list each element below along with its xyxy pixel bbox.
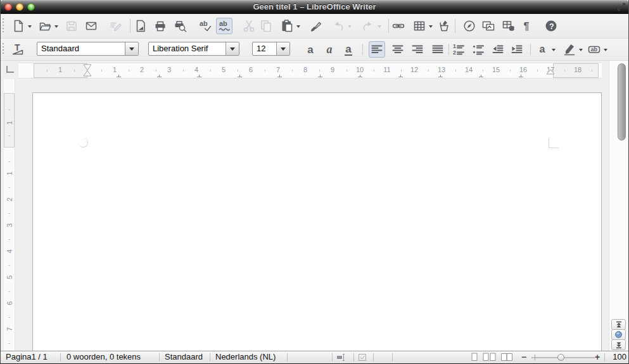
numbered-list-button[interactable]: 12 bbox=[450, 41, 467, 58]
font-size-dropdown-button[interactable] bbox=[276, 42, 289, 55]
clone-formatting-button[interactable] bbox=[308, 18, 324, 34]
toolbar-grip[interactable] bbox=[3, 43, 4, 56]
hyperlink-button[interactable] bbox=[390, 18, 407, 34]
view-single-page-icon[interactable] bbox=[471, 353, 478, 361]
background-color-dropdown-caret[interactable] bbox=[604, 49, 607, 53]
copy-button bbox=[258, 18, 274, 34]
paragraph-style-value[interactable]: Standaard bbox=[37, 42, 125, 55]
zoom-level[interactable]: 100 bbox=[613, 351, 626, 363]
font-name-combobox[interactable]: Liberation Serif bbox=[148, 42, 239, 56]
vertical-scrollbar[interactable] bbox=[609, 61, 628, 351]
next-page-button[interactable] bbox=[611, 339, 626, 350]
data-sources-button[interactable] bbox=[500, 18, 517, 34]
ruler-number: 18 bbox=[574, 66, 581, 73]
autospellcheck-button[interactable]: ab bbox=[216, 18, 232, 34]
navigation-button[interactable] bbox=[611, 329, 626, 340]
bullet-list-icon bbox=[471, 42, 485, 56]
paste-dropdown-caret[interactable] bbox=[296, 25, 300, 30]
ruler-tick bbox=[8, 343, 10, 344]
chevron-down-icon bbox=[129, 47, 134, 53]
tab-stop-marker bbox=[197, 74, 201, 77]
decrease-indent-icon bbox=[491, 42, 505, 56]
styles-button[interactable]: T bbox=[10, 41, 27, 58]
new-document-dropdown-caret[interactable] bbox=[28, 25, 32, 30]
statusbar: Pagina1 / 1 0 woorden, 0 tekens Standaar… bbox=[1, 351, 628, 363]
align-center-button[interactable] bbox=[390, 41, 406, 58]
zoom-out-icon[interactable]: − bbox=[521, 351, 526, 363]
word-count[interactable]: 0 woorden, 0 tekens bbox=[67, 351, 141, 363]
underline-button[interactable]: a bbox=[340, 41, 357, 58]
email-button[interactable] bbox=[83, 18, 99, 34]
paste-button[interactable] bbox=[279, 18, 295, 34]
export-pdf-button[interactable] bbox=[132, 18, 149, 34]
tab-stop-marker bbox=[479, 74, 483, 77]
open-dropdown-caret[interactable] bbox=[54, 25, 58, 30]
navigator-button[interactable] bbox=[461, 18, 478, 34]
bullet-list-button[interactable] bbox=[470, 41, 486, 58]
view-book-icon[interactable] bbox=[500, 353, 513, 361]
cut-button bbox=[241, 18, 257, 34]
formatting-marks-button[interactable]: ¶ bbox=[519, 18, 535, 34]
toolbar-separator bbox=[362, 44, 363, 55]
align-left-button[interactable] bbox=[369, 41, 385, 58]
previous-page-button[interactable] bbox=[611, 319, 626, 330]
view-multiple-pages-icon[interactable] bbox=[483, 353, 496, 361]
resize-icon[interactable] bbox=[617, 3, 626, 11]
paragraph-style-combobox[interactable]: Standaard bbox=[37, 42, 139, 56]
font-size-value[interactable]: 12 bbox=[253, 42, 276, 55]
titlebar[interactable]: Geen titel 1 – LibreOffice Writer bbox=[1, 0, 628, 15]
spelling-button[interactable]: ab bbox=[196, 18, 213, 34]
insert-mode-icon[interactable] bbox=[336, 353, 346, 363]
zoom-slider-notch bbox=[535, 355, 535, 360]
zoom-in-icon[interactable]: + bbox=[595, 351, 600, 363]
selection-mode-icon[interactable] bbox=[358, 353, 367, 363]
ruler-tick bbox=[346, 70, 347, 72]
font-size-combobox[interactable]: 12 bbox=[252, 42, 290, 56]
ruler-number: 4 bbox=[194, 66, 198, 73]
align-right-button[interactable] bbox=[409, 41, 426, 58]
ruler-tick bbox=[483, 70, 483, 72]
scrollbar-thumb[interactable] bbox=[618, 63, 626, 141]
page-preview-button[interactable] bbox=[172, 18, 188, 34]
help-button[interactable]: ? bbox=[543, 18, 559, 34]
toolbar-grip[interactable] bbox=[3, 18, 4, 34]
insert-table-dropdown-caret[interactable] bbox=[429, 25, 433, 30]
language[interactable]: Nederlands (NL) bbox=[215, 351, 276, 363]
toolbar-separator bbox=[388, 19, 389, 33]
horizontal-ruler[interactable]: 1123456789101112131415161718 bbox=[18, 63, 602, 78]
page-style[interactable]: Standaard bbox=[165, 351, 203, 363]
vertical-ruler[interactable]: 11234567 bbox=[4, 79, 15, 351]
paragraph-style-dropdown-button[interactable] bbox=[125, 42, 138, 55]
decrease-indent-button[interactable] bbox=[490, 41, 506, 58]
highlight-color-dropdown-caret[interactable] bbox=[579, 49, 583, 53]
close-button[interactable] bbox=[4, 3, 12, 11]
draw-functions-button[interactable] bbox=[436, 18, 452, 34]
page-count[interactable]: Pagina1 / 1 bbox=[6, 351, 48, 363]
gallery-button[interactable] bbox=[480, 18, 497, 34]
document-page[interactable] bbox=[32, 92, 602, 351]
ruler-tick bbox=[8, 317, 10, 318]
increase-indent-button[interactable] bbox=[509, 41, 525, 58]
italic-button[interactable]: a bbox=[321, 41, 338, 58]
new-document-button[interactable] bbox=[10, 18, 27, 34]
font-name-dropdown-button[interactable] bbox=[226, 42, 239, 55]
right-indent-marker-icon[interactable] bbox=[546, 66, 555, 77]
highlight-color-button[interactable] bbox=[561, 41, 578, 58]
zoom-button[interactable] bbox=[27, 3, 35, 11]
bold-button[interactable]: a bbox=[302, 41, 319, 58]
ruler-number: 5 bbox=[222, 66, 226, 73]
chevron-down-icon bbox=[281, 47, 286, 53]
ruler-number: 8 bbox=[303, 66, 307, 73]
open-button[interactable] bbox=[37, 18, 53, 34]
background-color-button[interactable]: ab bbox=[586, 41, 602, 58]
font-color-dropdown-caret[interactable] bbox=[552, 49, 556, 53]
print-button[interactable] bbox=[152, 18, 168, 34]
undo-icon bbox=[331, 19, 345, 33]
zoom-slider-handle[interactable] bbox=[557, 354, 564, 361]
font-color-button[interactable]: a bbox=[534, 41, 550, 58]
insert-table-button[interactable] bbox=[411, 18, 428, 34]
indent-marker-icon[interactable] bbox=[83, 64, 92, 79]
justify-button[interactable] bbox=[429, 41, 446, 58]
font-name-value[interactable]: Liberation Serif bbox=[149, 42, 226, 55]
minimize-button[interactable] bbox=[16, 3, 23, 11]
